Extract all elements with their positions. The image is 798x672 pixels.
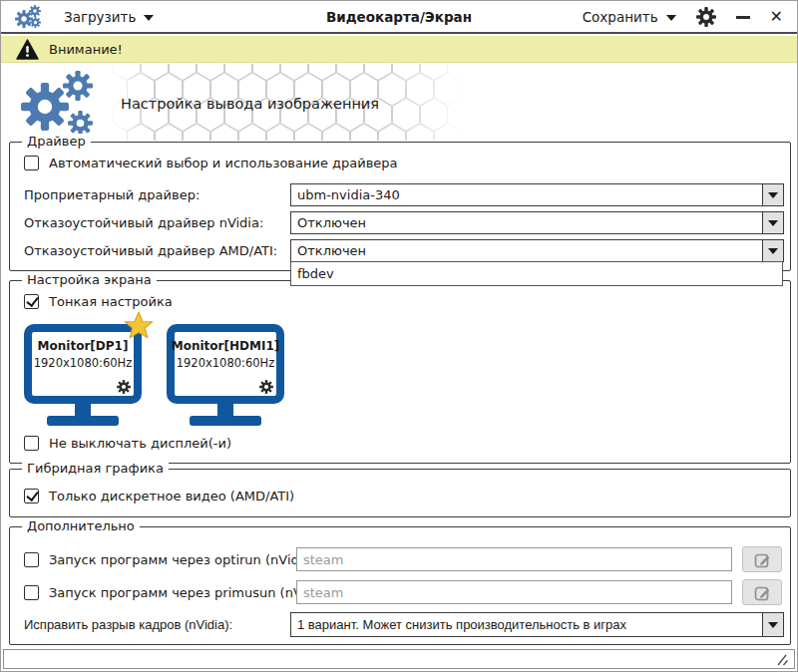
monitor-base xyxy=(47,416,119,426)
page-title: Настройка вывода изображенния xyxy=(121,96,379,112)
edit-pencil-icon xyxy=(754,584,771,601)
checkbox-box[interactable] xyxy=(24,489,39,504)
monitor-name: Monitor[HDMI1] xyxy=(172,339,279,353)
combo-value: Отключен xyxy=(291,212,762,233)
titlebar: Загрузить Видеокарта/Экран Сохранить ✕ xyxy=(1,1,797,34)
monitor-screen: Monitor[HDMI1] 1920x1080:60Hz xyxy=(167,324,284,404)
resize-grip-icon[interactable] xyxy=(773,653,789,666)
checkbox-box[interactable] xyxy=(24,552,39,567)
checkbox-optirun[interactable]: Запуск программ через optirun (nVidia): xyxy=(24,552,320,567)
checkbox-label: Не выключать дисплей(-и) xyxy=(49,436,231,451)
warning-text: Внимание! xyxy=(49,42,123,57)
hybrid-group: Гибридная графика Только дискретное виде… xyxy=(9,469,791,517)
monitor-settings-gear-icon[interactable] xyxy=(117,380,131,394)
edit-pencil-icon xyxy=(754,551,771,568)
monitor-stand xyxy=(217,404,233,416)
failsafe-nvidia-label: Отказоустойчивый драйвер nVidia: xyxy=(24,215,263,230)
settings-gear-icon[interactable] xyxy=(696,7,716,27)
optirun-command-input[interactable] xyxy=(296,547,732,571)
warning-banner: Внимание! xyxy=(1,36,797,63)
monitor-mode: 1920x1080:60Hz xyxy=(177,356,275,370)
chevron-down-icon xyxy=(768,192,778,198)
proprietary-driver-combo[interactable]: ubm-nvidia-340 xyxy=(290,183,784,206)
open-dropdown-list: fbdev xyxy=(290,261,783,286)
primary-star-icon xyxy=(124,311,154,341)
checkbox-box[interactable] xyxy=(24,156,39,170)
chevron-down-icon xyxy=(768,622,778,628)
primusun-edit-button[interactable] xyxy=(742,579,782,605)
warning-triangle-icon xyxy=(16,39,39,60)
status-bar xyxy=(3,649,795,669)
screen-group-legend: Настройка экрана xyxy=(22,272,157,287)
checkbox-keep-display-on[interactable]: Не выключать дисплей(-и) xyxy=(24,436,231,451)
monitor-dp1[interactable]: Monitor[DP1] 1920x1080:60Hz xyxy=(24,324,142,426)
tearing-fix-label: Исправить разрыв кадров (nVidia): xyxy=(24,617,232,632)
checkbox-box[interactable] xyxy=(24,294,39,309)
extra-group: Дополнительно Запуск программ через opti… xyxy=(9,526,791,645)
combo-dropdown-button[interactable] xyxy=(762,184,783,205)
checkbox-primusun[interactable]: Запуск программ через primusun (nVidia): xyxy=(24,585,334,600)
dropdown-item-fbdev[interactable]: fbdev xyxy=(291,262,782,285)
combo-dropdown-button[interactable] xyxy=(762,212,783,233)
chevron-down-icon xyxy=(666,15,676,21)
driver-group: Драйвер Автоматический выбор и использов… xyxy=(9,142,791,271)
failsafe-amd-combo[interactable]: Отключен xyxy=(290,239,784,262)
checkbox-label: Только дискретное видео (AMD/ATI) xyxy=(49,489,294,504)
monitor-base xyxy=(190,416,261,426)
optirun-edit-button[interactable] xyxy=(742,546,782,572)
app-logo-gears-icon xyxy=(15,5,42,29)
monitor-stand xyxy=(75,404,91,416)
combo-dropdown-button[interactable] xyxy=(762,613,783,636)
save-menu-button[interactable]: Сохранить xyxy=(583,9,676,25)
checkbox-label: Запуск программ через primusun (nVidia): xyxy=(49,585,334,600)
load-menu-button[interactable]: Загрузить xyxy=(64,9,154,25)
combo-dropdown-button[interactable] xyxy=(762,240,783,261)
checkbox-box[interactable] xyxy=(24,436,39,451)
page-header: Настройка вывода изображенния xyxy=(1,64,797,141)
app-window: Загрузить Видеокарта/Экран Сохранить ✕ В… xyxy=(0,0,798,672)
close-button[interactable]: ✕ xyxy=(770,9,783,25)
primusun-command-input[interactable] xyxy=(296,580,732,604)
checkbox-box[interactable] xyxy=(24,585,39,600)
failsafe-nvidia-combo[interactable]: Отключен xyxy=(290,211,784,234)
monitor-settings-gear-icon[interactable] xyxy=(259,380,273,394)
monitor-hdmi1[interactable]: Monitor[HDMI1] 1920x1080:60Hz xyxy=(167,324,284,426)
minimize-button[interactable] xyxy=(736,16,750,19)
gears-illustration-icon xyxy=(15,67,105,139)
checkbox-label: Тонкая настройка xyxy=(49,294,173,309)
failsafe-amd-label: Отказоустойчивый драйвер AMD/ATI: xyxy=(24,243,277,258)
monitor-name: Monitor[DP1] xyxy=(38,339,129,353)
checkbox-fine-tune[interactable]: Тонкая настройка xyxy=(24,294,173,309)
checkbox-label: Запуск программ через optirun (nVidia): xyxy=(49,552,320,567)
checkbox-auto-driver[interactable]: Автоматический выбор и использование дра… xyxy=(24,156,398,170)
load-menu-label: Загрузить xyxy=(64,9,136,25)
save-menu-label: Сохранить xyxy=(583,9,658,25)
chevron-down-icon xyxy=(768,248,778,254)
hybrid-group-legend: Гибридная графика xyxy=(22,461,169,476)
tearing-fix-combo[interactable]: 1 вариант. Может снизить производительно… xyxy=(290,612,784,637)
chevron-down-icon xyxy=(144,15,154,21)
chevron-down-icon xyxy=(768,220,778,226)
combo-value: 1 вариант. Может снизить производительно… xyxy=(291,613,762,636)
checkbox-discrete-only[interactable]: Только дискретное видео (AMD/ATI) xyxy=(24,489,294,504)
combo-value: Отключен xyxy=(291,240,762,261)
driver-group-legend: Драйвер xyxy=(22,134,91,149)
combo-value: ubm-nvidia-340 xyxy=(291,184,762,205)
proprietary-driver-label: Проприетарный драйвер: xyxy=(24,187,200,202)
monitor-mode: 1920x1080:60Hz xyxy=(34,356,133,370)
titlebar-right: Сохранить ✕ xyxy=(583,7,783,27)
extra-group-legend: Дополнительно xyxy=(22,518,140,533)
screen-group: Настройка экрана Тонкая настройка Monito… xyxy=(9,280,791,464)
checkbox-label: Автоматический выбор и использование дра… xyxy=(49,156,398,170)
